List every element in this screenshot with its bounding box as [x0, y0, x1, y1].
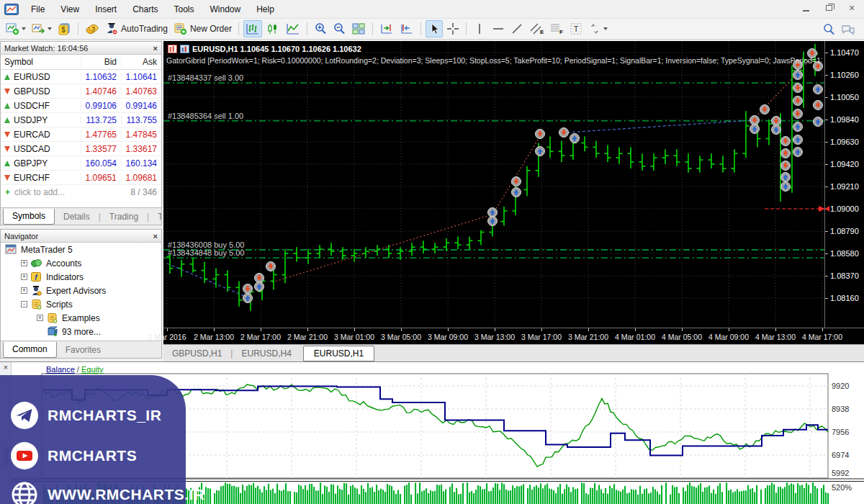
menu-view[interactable]: View — [53, 1, 87, 17]
globe-icon — [10, 480, 39, 504]
legend-equity[interactable]: Equity — [81, 365, 104, 374]
bid-value: 160.054 — [81, 158, 121, 168]
tree-expander-icon[interactable]: - — [21, 301, 27, 307]
line-chart-button[interactable] — [284, 20, 302, 37]
menu-bar: FileViewInsertChartsToolsWindowHelp × — [0, 0, 864, 19]
market-watch-row-eurchf[interactable]: EURCHF1.096511.09681 — [1, 171, 161, 185]
navigator-item-label: Expert Advisors — [46, 286, 106, 296]
chart-tab-gbpusd-h1[interactable]: GBPUSD,H1 — [163, 346, 230, 361]
horizontal-line-button[interactable] — [490, 20, 507, 37]
tab-trading[interactable]: Trading — [101, 210, 147, 225]
new-order-button[interactable]: New Order — [171, 20, 234, 37]
price-chart-canvas[interactable]: #138484337 sell 3.00#138485364 sell 1.00… — [163, 41, 824, 328]
auto-scroll-button[interactable] — [397, 20, 416, 37]
tester-axis-label: 7956 — [832, 428, 849, 436]
time-axis[interactable]: 2 Mar 20162 Mar 13:002 Mar 17:002 Mar 21… — [163, 328, 864, 344]
navigator-item-examples[interactable]: +Examples — [1, 311, 161, 325]
profiles-button[interactable] — [30, 20, 54, 37]
column-ask[interactable]: Ask — [121, 57, 161, 67]
market-watch-close-icon[interactable]: × — [153, 44, 158, 53]
trade-marker — [255, 282, 264, 292]
deposit-button[interactable]: $ — [55, 20, 73, 37]
vertical-line-button[interactable] — [471, 20, 488, 37]
price-axis[interactable]: 1.104701.102601.100501.098401.096301.094… — [824, 41, 864, 328]
autotrading-button[interactable]: AutoTrading — [103, 20, 170, 37]
tab-symbols[interactable]: Symbols — [3, 209, 55, 225]
text-tool-button[interactable]: T — [567, 20, 585, 37]
zoom-in-button[interactable] — [312, 20, 329, 37]
time-axis-label: 4 Mar 17:00 — [802, 333, 842, 341]
menu-help[interactable]: Help — [248, 1, 282, 17]
navigator-item-indicators[interactable]: +fIndicators — [1, 270, 161, 284]
coins-icon: 5 — [85, 22, 99, 35]
navigator-close-icon[interactable]: × — [153, 232, 158, 240]
chart-tab-eurusd-h1[interactable]: EURUSD,H1 — [303, 346, 374, 361]
legend-balance[interactable]: Balance — [46, 365, 75, 374]
navigator-titlebar[interactable]: Navigator × — [1, 230, 161, 243]
market-watch-row-usdchf[interactable]: USDCHF0.991060.99146 — [1, 99, 161, 113]
chart-window-icon[interactable] — [168, 45, 177, 53]
navigator-item-accounts[interactable]: +Accounts — [1, 256, 161, 270]
menu-charts[interactable]: Charts — [125, 1, 166, 17]
trendline-button[interactable] — [508, 20, 526, 37]
tab-details[interactable]: Details — [55, 210, 99, 225]
cursor-button[interactable] — [426, 20, 443, 37]
fibonacci-button[interactable]: F — [547, 20, 566, 37]
market-watch-header: Symbol Bid Ask — [1, 55, 161, 70]
menu-window[interactable]: Window — [202, 1, 249, 17]
tree-expander-icon[interactable]: + — [37, 315, 43, 321]
menu-file[interactable]: File — [23, 1, 53, 17]
zoom-out-button[interactable] — [330, 20, 348, 37]
arrows-tool-button[interactable] — [586, 20, 610, 37]
navigator-item-expert-advisors[interactable]: +Expert Advisors — [1, 284, 161, 297]
bar-chart-button[interactable] — [243, 20, 262, 37]
text-tool-icon: T — [570, 22, 582, 35]
shift-end-button[interactable] — [377, 20, 396, 37]
chat-icon — [841, 23, 855, 36]
tree-expander-icon[interactable]: + — [21, 287, 27, 294]
tile-windows-button[interactable] — [349, 20, 368, 37]
column-bid[interactable]: Bid — [81, 57, 121, 67]
chat-button[interactable] — [839, 21, 858, 38]
market-watch-row-gbpusd[interactable]: GBPUSD1.407461.40763 — [1, 84, 161, 99]
history-coins-button[interactable]: 5 — [83, 20, 102, 37]
navigator-item-label: Examples — [62, 313, 100, 323]
time-tick — [261, 328, 261, 331]
market-watch-row-gbpjpy[interactable]: GBPJPY160.054160.134 — [1, 156, 161, 171]
restore-button[interactable] — [819, 1, 838, 14]
tester-close-icon[interactable]: × — [1, 364, 10, 372]
chart-window-icon-2[interactable] — [180, 45, 189, 53]
tab-tick[interactable]: Tick — [149, 210, 161, 225]
market-watch-row-eurcad[interactable]: EURCAD1.477651.47845 — [1, 127, 161, 142]
navigator-item-93-more-[interactable]: 93 more... — [1, 325, 161, 338]
menu-tools[interactable]: Tools — [166, 1, 202, 17]
add-symbol-row[interactable]: + click to add... 8 / 346 — [1, 185, 161, 199]
tab-common[interactable]: Common — [3, 342, 57, 358]
navigator-item-metatrader-5[interactable]: MetaTrader 5 — [1, 243, 161, 256]
chart-tab-eurusd-h4[interactable]: EURUSD,H4 — [233, 346, 300, 361]
toolbar-separator — [238, 22, 239, 35]
crosshair-button[interactable] — [444, 20, 462, 37]
minimize-button[interactable] — [796, 1, 815, 14]
time-tick — [354, 328, 355, 331]
ask-value: 113.755 — [121, 115, 161, 125]
candlestick-chart-icon — [266, 22, 280, 35]
close-button[interactable]: × — [842, 1, 861, 14]
market-watch-row-usdcad[interactable]: USDCAD1.335771.33617 — [1, 142, 161, 156]
new-chart-button[interactable] — [4, 20, 28, 37]
tree-expander-icon[interactable]: + — [21, 274, 27, 280]
market-watch-titlebar[interactable]: Market Watch: 16:04:56 × — [1, 42, 161, 55]
market-watch-row-usdjpy[interactable]: USDJPY113.725113.755 — [1, 113, 161, 127]
column-symbol[interactable]: Symbol — [1, 57, 81, 67]
navigator-item-scripts[interactable]: -Scripts — [1, 297, 161, 311]
menu-insert[interactable]: Insert — [87, 1, 125, 17]
tab-favorites[interactable]: Favorites — [57, 343, 109, 358]
search-button[interactable] — [820, 21, 837, 38]
market-watch-row-eurusd[interactable]: EURUSD1.106321.10641 — [1, 70, 161, 84]
trade-marker — [793, 148, 803, 157]
equidistant-channel-button[interactable]: E — [527, 20, 546, 37]
tree-expander-icon[interactable]: + — [21, 260, 27, 266]
bar-chart-icon — [246, 22, 260, 35]
vertical-line-icon — [474, 22, 485, 35]
candlestick-chart-button[interactable] — [264, 20, 282, 37]
